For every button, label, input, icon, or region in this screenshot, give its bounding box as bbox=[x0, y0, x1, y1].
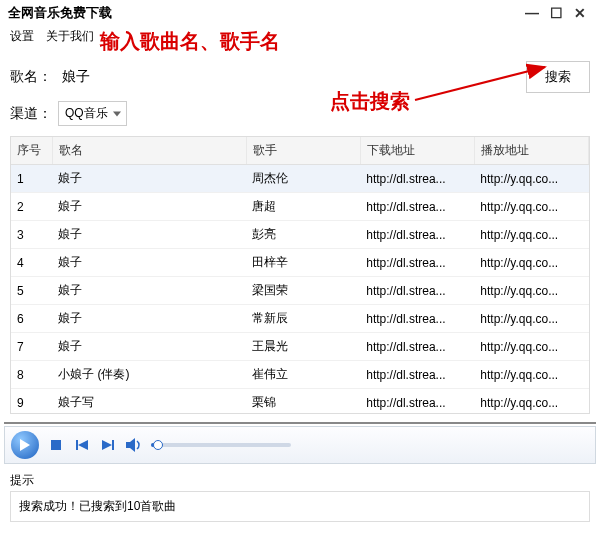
cell-dl: http://dl.strea... bbox=[360, 165, 474, 193]
cell-idx: 2 bbox=[11, 193, 52, 221]
cell-artist: 王晨光 bbox=[246, 333, 360, 361]
cell-play: http://y.qq.co... bbox=[474, 193, 588, 221]
separator bbox=[4, 422, 596, 424]
svg-marker-0 bbox=[20, 439, 30, 451]
cell-name: 娘子 bbox=[52, 165, 246, 193]
th-download[interactable]: 下载地址 bbox=[360, 137, 474, 165]
table-row[interactable]: 6娘子常新辰http://dl.strea...http://y.qq.co..… bbox=[11, 305, 589, 333]
status-box: 提示 搜索成功！已搜索到10首歌曲 bbox=[10, 472, 590, 522]
table-row[interactable]: 8小娘子 (伴奏)崔伟立http://dl.strea...http://y.q… bbox=[11, 361, 589, 389]
search-button[interactable]: 搜索 bbox=[526, 61, 590, 93]
cell-artist: 周杰伦 bbox=[246, 165, 360, 193]
th-artist[interactable]: 歌手 bbox=[246, 137, 360, 165]
slider-thumb[interactable] bbox=[153, 440, 163, 450]
cell-play: http://y.qq.co... bbox=[474, 333, 588, 361]
play-button[interactable] bbox=[11, 431, 39, 459]
cell-dl: http://dl.strea... bbox=[360, 305, 474, 333]
volume-icon bbox=[126, 438, 142, 452]
svg-marker-4 bbox=[102, 440, 112, 450]
prev-icon bbox=[76, 440, 88, 450]
titlebar: 全网音乐免费下载 — ☐ ✕ bbox=[0, 0, 600, 26]
cell-name: 娘子 bbox=[52, 305, 246, 333]
prev-button[interactable] bbox=[73, 436, 91, 454]
cell-artist: 栗锦 bbox=[246, 389, 360, 415]
th-index[interactable]: 序号 bbox=[11, 137, 52, 165]
cell-name: 娘子 bbox=[52, 193, 246, 221]
table-row[interactable]: 3娘子彭亮http://dl.strea...http://y.qq.co... bbox=[11, 221, 589, 249]
cell-dl: http://dl.strea... bbox=[360, 221, 474, 249]
window-title: 全网音乐免费下载 bbox=[8, 4, 112, 22]
th-name[interactable]: 歌名 bbox=[52, 137, 246, 165]
cell-idx: 1 bbox=[11, 165, 52, 193]
cell-idx: 3 bbox=[11, 221, 52, 249]
minimize-button[interactable]: — bbox=[520, 4, 544, 22]
channel-select[interactable]: QQ音乐 bbox=[58, 101, 127, 126]
cell-play: http://y.qq.co... bbox=[474, 165, 588, 193]
cell-play: http://y.qq.co... bbox=[474, 305, 588, 333]
stop-icon bbox=[51, 440, 61, 450]
maximize-button[interactable]: ☐ bbox=[544, 4, 568, 22]
table-row[interactable]: 4娘子田梓辛http://dl.strea...http://y.qq.co..… bbox=[11, 249, 589, 277]
channel-row: 渠道： QQ音乐 bbox=[0, 101, 600, 136]
volume-button[interactable] bbox=[125, 436, 143, 454]
table-row[interactable]: 5娘子梁国荣http://dl.strea...http://y.qq.co..… bbox=[11, 277, 589, 305]
cell-play: http://y.qq.co... bbox=[474, 277, 588, 305]
cell-idx: 5 bbox=[11, 277, 52, 305]
svg-marker-6 bbox=[126, 438, 135, 452]
channel-selected: QQ音乐 bbox=[65, 105, 108, 122]
results-table: 序号 歌名 歌手 下载地址 播放地址 1娘子周杰伦http://dl.strea… bbox=[10, 136, 590, 414]
cell-dl: http://dl.strea... bbox=[360, 389, 474, 415]
cell-artist: 常新辰 bbox=[246, 305, 360, 333]
cell-idx: 7 bbox=[11, 333, 52, 361]
cell-artist: 唐超 bbox=[246, 193, 360, 221]
status-title: 提示 bbox=[10, 472, 590, 489]
cell-play: http://y.qq.co... bbox=[474, 389, 588, 415]
cell-name: 娘子 bbox=[52, 277, 246, 305]
cell-dl: http://dl.strea... bbox=[360, 333, 474, 361]
cell-idx: 9 bbox=[11, 389, 52, 415]
cell-play: http://y.qq.co... bbox=[474, 221, 588, 249]
th-play[interactable]: 播放地址 bbox=[474, 137, 588, 165]
cell-play: http://y.qq.co... bbox=[474, 361, 588, 389]
player-bar bbox=[4, 426, 596, 464]
cell-play: http://y.qq.co... bbox=[474, 249, 588, 277]
channel-label: 渠道： bbox=[10, 105, 52, 123]
cell-dl: http://dl.strea... bbox=[360, 361, 474, 389]
cell-idx: 8 bbox=[11, 361, 52, 389]
menu-settings[interactable]: 设置 bbox=[10, 28, 34, 45]
cell-dl: http://dl.strea... bbox=[360, 193, 474, 221]
cell-artist: 彭亮 bbox=[246, 221, 360, 249]
cell-name: 娘子 bbox=[52, 249, 246, 277]
svg-rect-5 bbox=[112, 440, 114, 450]
search-row: 歌名： 搜索 bbox=[0, 49, 600, 101]
cell-artist: 田梓辛 bbox=[246, 249, 360, 277]
table-row[interactable]: 7娘子王晨光http://dl.strea...http://y.qq.co..… bbox=[11, 333, 589, 361]
cell-name: 娘子 bbox=[52, 221, 246, 249]
cell-dl: http://dl.strea... bbox=[360, 277, 474, 305]
menu-about[interactable]: 关于我们 bbox=[46, 28, 94, 45]
cell-name: 娘子写 bbox=[52, 389, 246, 415]
close-button[interactable]: ✕ bbox=[568, 4, 592, 22]
cell-dl: http://dl.strea... bbox=[360, 249, 474, 277]
stop-button[interactable] bbox=[47, 436, 65, 454]
table-row[interactable]: 2娘子唐超http://dl.strea...http://y.qq.co... bbox=[11, 193, 589, 221]
svg-rect-1 bbox=[51, 440, 61, 450]
search-label: 歌名： bbox=[10, 68, 52, 86]
status-message: 搜索成功！已搜索到10首歌曲 bbox=[10, 491, 590, 522]
cell-artist: 梁国荣 bbox=[246, 277, 360, 305]
svg-marker-3 bbox=[78, 440, 88, 450]
progress-slider[interactable] bbox=[151, 443, 291, 447]
cell-idx: 6 bbox=[11, 305, 52, 333]
next-icon bbox=[102, 440, 114, 450]
svg-rect-2 bbox=[76, 440, 78, 450]
table-row[interactable]: 1娘子周杰伦http://dl.strea...http://y.qq.co..… bbox=[11, 165, 589, 193]
menubar: 设置 关于我们 bbox=[0, 26, 600, 49]
search-input[interactable] bbox=[58, 67, 518, 88]
next-button[interactable] bbox=[99, 436, 117, 454]
cell-idx: 4 bbox=[11, 249, 52, 277]
cell-artist: 崔伟立 bbox=[246, 361, 360, 389]
cell-name: 小娘子 (伴奏) bbox=[52, 361, 246, 389]
table-row[interactable]: 9娘子写栗锦http://dl.strea...http://y.qq.co..… bbox=[11, 389, 589, 415]
play-icon bbox=[20, 439, 30, 451]
cell-name: 娘子 bbox=[52, 333, 246, 361]
